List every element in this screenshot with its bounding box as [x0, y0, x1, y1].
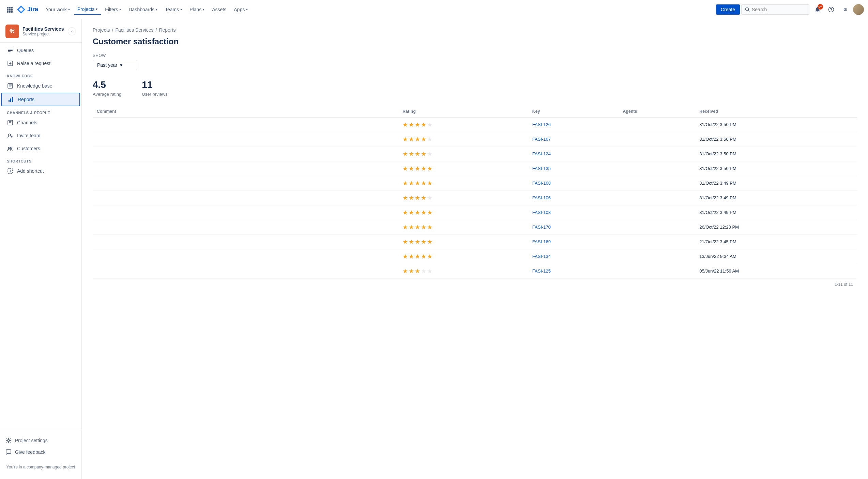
svg-rect-0 — [7, 7, 9, 9]
user-avatar[interactable] — [853, 4, 864, 15]
project-settings-icon — [5, 437, 12, 443]
customers-icon — [7, 145, 14, 152]
svg-point-22 — [9, 147, 10, 149]
sidebar-item-invite-team[interactable]: Invite team — [1, 129, 80, 142]
filled-star: ★ — [427, 238, 432, 246]
cell-agents — [619, 220, 696, 234]
cell-key[interactable]: FASI-167 — [528, 132, 619, 146]
cell-key[interactable]: FASI-108 — [528, 205, 619, 220]
give-feedback-label: Give feedback — [15, 449, 46, 455]
shortcuts-section-label: SHORTCUTS — [0, 155, 81, 165]
search-input[interactable] — [752, 7, 800, 12]
cell-rating: ★★★★★ — [398, 132, 528, 146]
cell-key[interactable]: FASI-106 — [528, 190, 619, 205]
filled-star: ★ — [409, 194, 414, 202]
topnav-item-teams[interactable]: Teams▾ — [162, 5, 185, 14]
cell-received: 31/Oct/22 3:50 PM — [695, 132, 857, 146]
chevron-icon: ▾ — [203, 7, 204, 11]
sidebar-item-raise-request[interactable]: Raise a request — [1, 57, 80, 69]
star-rating: ★★★★★ — [402, 223, 524, 231]
knowledge-base-label: Knowledge base — [17, 83, 52, 89]
topnav-item-plans[interactable]: Plans▾ — [186, 5, 208, 14]
filled-star: ★ — [421, 209, 426, 216]
cell-key[interactable]: FASI-134 — [528, 249, 619, 264]
table-row: ★★★★★FASI-13531/Oct/22 3:50 PM — [93, 161, 857, 176]
cell-key[interactable]: FASI-124 — [528, 146, 619, 161]
cell-key[interactable]: FASI-170 — [528, 220, 619, 234]
app-layout: 🛠 Facilities Services Service project ‹ … — [0, 19, 868, 479]
sidebar-item-give-feedback[interactable]: Give feedback — [5, 446, 76, 458]
grid-icon[interactable] — [4, 4, 15, 15]
filled-star: ★ — [421, 238, 426, 246]
star-rating: ★★★★★ — [402, 180, 524, 187]
cell-comment — [93, 132, 398, 146]
page-title: Customer satisfaction — [93, 37, 857, 46]
logo-text: Jira — [27, 6, 38, 13]
reports-icon — [7, 96, 14, 103]
cell-received: 31/Oct/22 3:49 PM — [695, 176, 857, 190]
breadcrumb-projects[interactable]: Projects — [93, 27, 110, 33]
topnav-item-apps[interactable]: Apps▾ — [230, 5, 251, 14]
sidebar-item-queues[interactable]: Queues — [1, 44, 80, 57]
sidebar-item-knowledge-base[interactable]: Knowledge base — [1, 80, 80, 92]
create-button[interactable]: Create — [716, 4, 740, 15]
topnav-right: 9+ — [741, 4, 864, 15]
topnav-item-your-work[interactable]: Your work▾ — [42, 5, 73, 14]
settings-button[interactable] — [839, 4, 850, 15]
add-shortcut-label: Add shortcut — [17, 168, 44, 174]
period-value: Past year — [97, 62, 117, 68]
search-box[interactable] — [741, 4, 809, 15]
empty-star: ★ — [427, 150, 432, 158]
topnav-item-filters[interactable]: Filters▾ — [102, 5, 124, 14]
help-button[interactable] — [826, 4, 837, 15]
filled-star: ★ — [402, 223, 408, 231]
svg-rect-17 — [9, 100, 10, 102]
jira-logo[interactable]: Jira — [16, 5, 38, 14]
filled-star: ★ — [402, 180, 408, 187]
sidebar-item-reports[interactable]: Reports — [1, 93, 80, 106]
project-info: Facilities Services Service project — [22, 26, 64, 37]
avg-rating-label: Average rating — [93, 92, 121, 97]
reviews-table-container: Comment Rating Key Agents Received ★★★★★… — [93, 106, 857, 290]
cell-key[interactable]: FASI-169 — [528, 234, 619, 249]
period-select[interactable]: Past year ▾ — [93, 60, 137, 70]
topnav-item-dashboards[interactable]: Dashboards▾ — [125, 5, 161, 14]
sidebar-collapse-button[interactable]: ‹ — [68, 27, 76, 35]
table-row: ★★★★★FASI-10631/Oct/22 3:49 PM — [93, 190, 857, 205]
filled-star: ★ — [415, 238, 420, 246]
cell-comment — [93, 117, 398, 132]
sidebar-item-customers[interactable]: Customers — [1, 142, 80, 155]
svg-rect-8 — [11, 11, 13, 13]
chevron-icon: ▾ — [68, 7, 70, 11]
cell-key[interactable]: FASI-168 — [528, 176, 619, 190]
cell-comment — [93, 161, 398, 176]
cell-key[interactable]: FASI-126 — [528, 117, 619, 132]
col-received: Received — [695, 106, 857, 118]
topnav-item-projects[interactable]: Projects▾ — [74, 4, 101, 15]
table-row: ★★★★★FASI-12431/Oct/22 3:50 PM — [93, 146, 857, 161]
cell-comment — [93, 146, 398, 161]
pagination-info: 1-11 of 11 — [93, 279, 857, 290]
filled-star: ★ — [421, 136, 426, 143]
breadcrumb-facilities[interactable]: Facilities Services — [115, 27, 153, 33]
filled-star: ★ — [427, 209, 432, 216]
notifications-button[interactable]: 9+ — [812, 4, 823, 15]
table-row: ★★★★★FASI-17026/Oct/22 12:23 PM — [93, 220, 857, 234]
cell-key[interactable]: FASI-125 — [528, 264, 619, 278]
filled-star: ★ — [415, 136, 420, 143]
cell-comment — [93, 205, 398, 220]
filled-star: ★ — [427, 165, 432, 172]
topnav-item-assets[interactable]: Assets — [209, 5, 230, 14]
breadcrumb-current: Reports — [159, 27, 176, 33]
cell-rating: ★★★★★ — [398, 146, 528, 161]
sidebar-item-add-shortcut[interactable]: Add shortcut — [1, 165, 80, 177]
col-rating: Rating — [398, 106, 528, 118]
svg-rect-19 — [12, 97, 13, 102]
filled-star: ★ — [415, 180, 420, 187]
table-row: ★★★★★FASI-16921/Oct/22 3:45 PM — [93, 234, 857, 249]
invite-team-icon — [7, 132, 14, 139]
sidebar-item-project-settings[interactable]: Project settings — [5, 434, 76, 446]
empty-star: ★ — [421, 267, 426, 275]
sidebar-item-channels[interactable]: Channels — [1, 117, 80, 129]
cell-key[interactable]: FASI-135 — [528, 161, 619, 176]
